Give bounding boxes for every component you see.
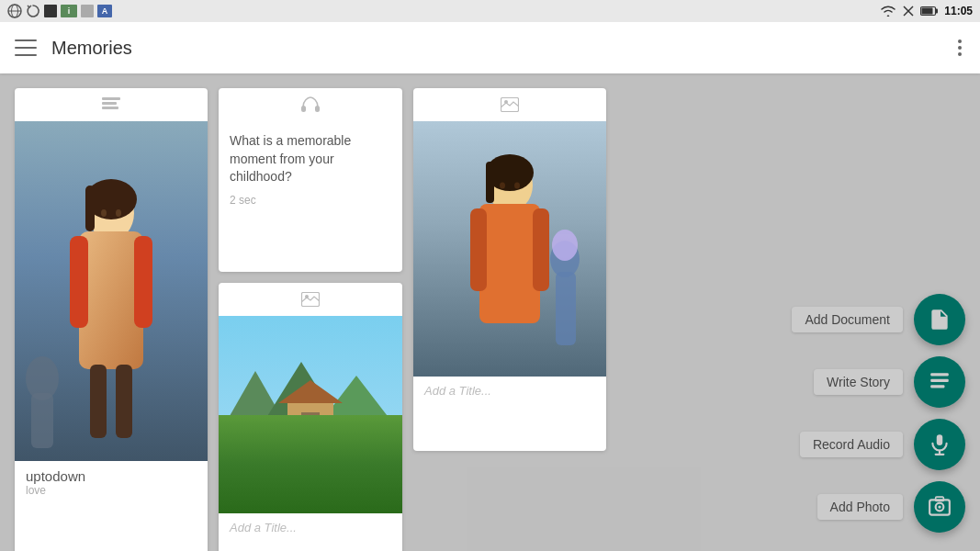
svg-rect-23 xyxy=(31,393,53,448)
app-bar: Memories xyxy=(0,22,980,73)
svg-rect-14 xyxy=(70,236,88,328)
card-4-header xyxy=(413,88,606,121)
card-2[interactable]: What is a memorable moment from your chi… xyxy=(219,88,402,272)
svg-rect-33 xyxy=(287,403,333,440)
card-4-image: ©EXNOA LLC/NITRO+ xyxy=(413,121,606,377)
cards-right-column: What is a memorable moment from your chi… xyxy=(219,88,402,536)
svg-point-18 xyxy=(101,209,107,217)
svg-rect-35 xyxy=(301,412,320,440)
card-2-duration: 2 sec xyxy=(230,194,391,207)
card-1-image: ©EXNOA LLC/NITRO+ xyxy=(15,121,208,461)
app-title: Memories xyxy=(51,38,954,59)
status-bar-left: i A xyxy=(7,4,112,18)
card-2-content: What is a memorable moment from your chi… xyxy=(219,121,402,218)
image-icon xyxy=(301,292,320,307)
svg-point-48 xyxy=(514,183,520,189)
svg-rect-17 xyxy=(85,186,95,231)
svg-rect-21 xyxy=(116,365,132,438)
svg-rect-25 xyxy=(315,106,320,112)
info-icon: i xyxy=(61,5,77,17)
card-4[interactable]: ©EXNOA LLC/NITRO+ Add a Title... xyxy=(413,88,606,451)
menu-button[interactable] xyxy=(15,39,37,56)
svg-rect-28 xyxy=(219,316,402,513)
card-1-tag: love xyxy=(26,484,197,497)
svg-rect-9 xyxy=(102,102,117,105)
card-3[interactable]: Add a Title... xyxy=(219,283,402,551)
cards-area: ©EXNOA LLC/NITRO+ uptodown love xyxy=(15,88,606,536)
card-3-header xyxy=(219,283,402,316)
svg-rect-24 xyxy=(301,106,306,112)
svg-rect-8 xyxy=(102,97,120,100)
card-1-header xyxy=(15,88,208,121)
a-icon: A xyxy=(97,5,112,17)
svg-rect-46 xyxy=(486,162,494,203)
wifi-icon xyxy=(880,5,896,17)
card-1-username: uptodown xyxy=(26,468,197,484)
text-icon xyxy=(102,97,120,112)
svg-rect-20 xyxy=(90,365,107,438)
svg-rect-10 xyxy=(102,107,118,109)
svg-rect-36 xyxy=(228,444,301,472)
card-3-title[interactable]: Add a Title... xyxy=(219,513,402,542)
square-dark-icon xyxy=(44,5,57,17)
battery-icon xyxy=(920,6,939,17)
svg-rect-32 xyxy=(219,433,402,513)
more-options-button[interactable] xyxy=(954,36,965,60)
card-1-text: uptodown love xyxy=(15,461,208,504)
svg-rect-37 xyxy=(320,449,393,472)
headphone-icon xyxy=(300,96,321,113)
svg-point-51 xyxy=(552,230,578,261)
svg-rect-7 xyxy=(922,8,933,15)
svg-rect-44 xyxy=(533,208,549,291)
svg-rect-15 xyxy=(134,236,152,328)
card-2-header xyxy=(219,88,402,121)
svg-point-19 xyxy=(116,209,121,217)
main-content: ©EXNOA LLC/NITRO+ uptodown love xyxy=(0,73,980,551)
card-2-question: What is a memorable moment from your chi… xyxy=(230,132,391,186)
status-bar: i A 11:05 xyxy=(0,0,980,22)
svg-point-47 xyxy=(500,183,505,189)
svg-rect-42 xyxy=(479,204,540,323)
card-4-title[interactable]: Add a Title... xyxy=(413,377,606,405)
no-signal-icon xyxy=(902,5,915,17)
card-3-game-image xyxy=(219,316,402,513)
svg-rect-43 xyxy=(470,208,487,291)
image-icon-2 xyxy=(501,97,519,112)
svg-rect-6 xyxy=(936,9,939,14)
sync-icon xyxy=(26,4,40,18)
svg-rect-50 xyxy=(556,272,576,345)
status-bar-right: 11:05 xyxy=(880,5,973,17)
svg-rect-13 xyxy=(79,231,143,369)
square-light-icon xyxy=(81,5,94,17)
globe-icon xyxy=(7,4,22,18)
status-time: 11:05 xyxy=(944,5,973,17)
card-1[interactable]: ©EXNOA LLC/NITRO+ uptodown love xyxy=(15,88,208,551)
